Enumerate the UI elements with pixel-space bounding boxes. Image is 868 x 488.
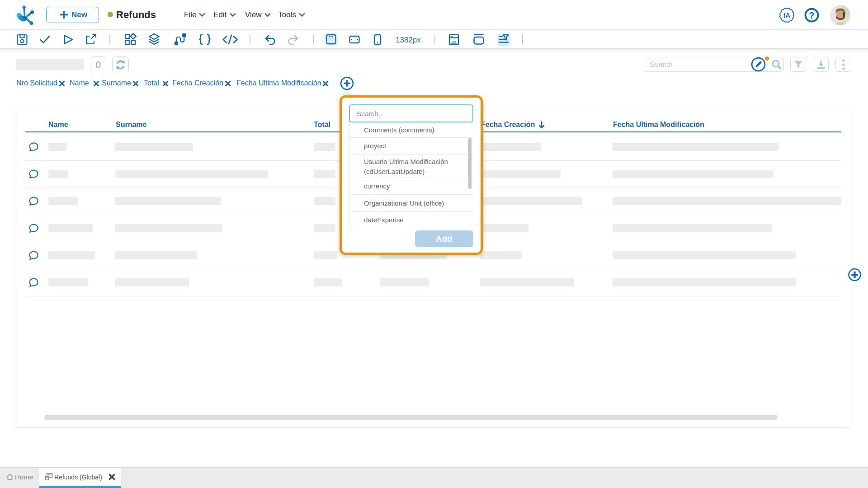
- svg-text:?: ?: [809, 10, 815, 20]
- svg-text:IA: IA: [783, 11, 791, 19]
